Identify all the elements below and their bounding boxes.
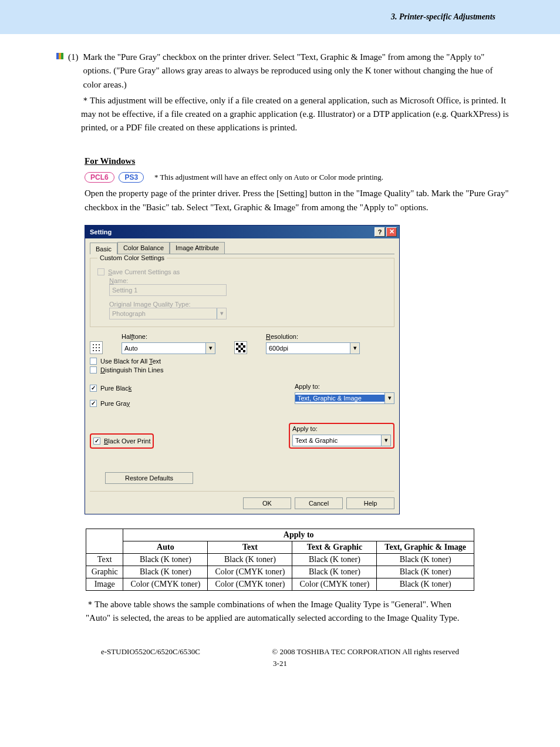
use-black-checkbox[interactable] (90, 358, 97, 365)
windows-body: Open the property page of the printer dr… (85, 186, 510, 214)
chevron-down-icon[interactable]: ▾ (384, 393, 394, 403)
titlebar: Setting ? ✕ (85, 226, 399, 238)
table-row: Image Color (CMYK toner) Color (CMYK ton… (86, 578, 474, 590)
table-row: Text Black (K toner) Black (K toner) Bla… (86, 553, 474, 566)
pure-gray-label: Pure Gray (100, 400, 130, 407)
chevron-down-icon: ▾ (217, 308, 226, 319)
footer-copyright: © 2008 TOSHIBA TEC CORPORATION All right… (272, 647, 459, 657)
name-input: Setting 1 (109, 284, 227, 296)
chevron-down-icon[interactable]: ▾ (205, 343, 215, 354)
svg-point-5 (96, 347, 97, 348)
tab-image-attribute[interactable]: Image Attribute (170, 242, 225, 254)
dialog-title: Setting (87, 228, 373, 235)
halftone-icon (90, 341, 103, 354)
table-note: ＊The above table shows the sample combin… (86, 598, 474, 625)
step-text: Mark the "Pure Gray" checkbox on the pri… (83, 51, 510, 92)
badge-note: * This adjustment will have an effect on… (154, 173, 383, 181)
page-header: 3. Printer-specific Adjustments (0, 0, 560, 34)
col-text-graphic: Text & Graphic (292, 541, 377, 553)
windows-heading: For Windows (85, 156, 510, 166)
svg-point-2 (96, 344, 97, 345)
svg-point-8 (96, 350, 97, 351)
cancel-button[interactable]: Cancel (295, 497, 343, 509)
type-label: Original Image Quality Type: (109, 301, 387, 308)
table-main-header: Apply to (123, 529, 474, 541)
ok-button[interactable]: OK (243, 497, 291, 509)
thin-lines-checkbox[interactable] (90, 366, 97, 374)
black-overprint-checkbox[interactable]: ✓ (93, 438, 100, 445)
halftone-dropdown[interactable]: Auto ▾ (122, 342, 215, 354)
restore-defaults-button[interactable]: Restore Defaults (105, 472, 193, 484)
star-note: ＊This adjustment will be effective, only… (81, 94, 510, 135)
svg-point-1 (93, 344, 94, 345)
black-overprint-highlight: ✓ Black Over Print (90, 433, 154, 449)
table-row: Graphic Black (K toner) Color (CMYK tone… (86, 566, 474, 578)
save-settings-label: Save Current Settings as (108, 268, 180, 275)
svg-point-9 (99, 350, 100, 351)
apply-to-2-dropdown[interactable]: Text & Graphic ▾ (292, 435, 391, 446)
footer-model: e-STUDIO5520C/6520C/6530C (101, 647, 200, 657)
flag-icon (56, 53, 63, 92)
step-num: (1) (68, 51, 79, 92)
step-1: (1) Mark the "Pure Gray" checkbox on the… (56, 51, 510, 92)
apply-to-table: Apply to Auto Text Text & Graphic Text, … (86, 529, 474, 591)
apply-to-2-highlight: Apply to: Text & Graphic ▾ (289, 423, 394, 449)
close-icon[interactable]: ✕ (386, 227, 397, 237)
pure-gray-checkbox[interactable]: ✓ (90, 400, 97, 407)
type-dropdown: Photograph ▾ (109, 308, 227, 319)
chevron-down-icon[interactable]: ▾ (381, 435, 390, 446)
resolution-dropdown[interactable]: 600dpi ▾ (266, 342, 360, 354)
halftone-label: Halftone: (122, 333, 215, 340)
section-title: 3. Printer-specific Adjustments (391, 12, 495, 22)
svg-point-3 (99, 344, 100, 345)
badge-pcl6: PCL6 (85, 172, 114, 183)
use-black-label: Use Black for All Text (100, 358, 161, 365)
col-auto: Auto (123, 541, 208, 553)
tab-basic[interactable]: Basic (90, 243, 117, 254)
custom-fieldset: Custom Color Settings Save Current Setti… (90, 258, 394, 327)
svg-point-4 (93, 347, 94, 348)
badge-ps3: PS3 (119, 172, 144, 183)
pure-black-label: Pure Black (100, 385, 131, 392)
apply-to-2-label: Apply to: (292, 425, 391, 432)
black-overprint-label: Black Over Print (104, 438, 150, 445)
help-button[interactable]: Help (346, 497, 394, 509)
save-settings-checkbox (97, 268, 104, 275)
setting-dialog: Setting ? ✕ Basic Color Balance Image At… (85, 225, 400, 514)
resolution-label: Resolution: (266, 333, 360, 340)
page-number: 3-21 (50, 659, 510, 668)
thin-lines-label: Distinguish Thin Lines (100, 366, 163, 374)
custom-legend: Custom Color Settings (97, 254, 167, 261)
col-text: Text (208, 541, 292, 553)
chevron-down-icon[interactable]: ▾ (350, 343, 359, 354)
pure-black-checkbox[interactable]: ✓ (90, 385, 97, 392)
name-label: Name: (109, 277, 387, 284)
tab-row: Basic Color Balance Image Attribute (90, 242, 394, 254)
tab-color-balance[interactable]: Color Balance (117, 242, 170, 254)
svg-point-7 (93, 350, 94, 351)
svg-point-6 (99, 347, 100, 348)
resolution-icon (234, 341, 247, 354)
apply-to-1-label: Apply to: (295, 383, 394, 390)
apply-to-1-dropdown[interactable]: Text, Graphic & Image ▾ (295, 392, 394, 404)
col-text-graphic-image: Text, Graphic & Image (377, 541, 474, 553)
help-icon[interactable]: ? (375, 227, 385, 237)
